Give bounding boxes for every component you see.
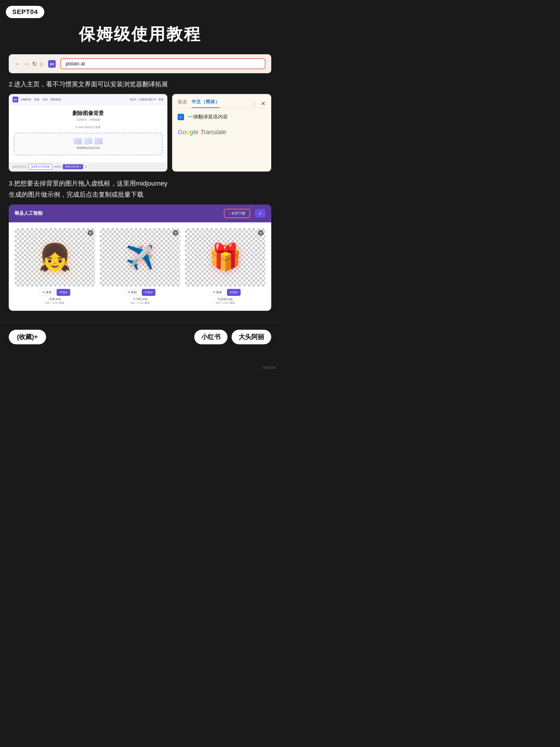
action-button-gift[interactable]: 行动 ▾: [227, 289, 241, 296]
footer-collect-label: (收藏)+: [9, 330, 46, 344]
footer-tags: 小红书 大头阿丽: [194, 330, 271, 344]
translate-actions: ⋮ ✕: [251, 100, 266, 107]
translate-checkbox[interactable]: ✓: [178, 114, 184, 120]
upload-icon-3: [95, 138, 103, 145]
pixian-sub1: 品质优先，价格低廉: [14, 118, 162, 122]
upload-icon-1: [74, 138, 82, 145]
translate-logo-area: Google Translate: [172, 126, 271, 142]
image-preview-gift: ✕ 🎁: [185, 228, 265, 287]
google-translate-logo: Google Translate: [178, 128, 266, 136]
copy-icon-gift: ⟳: [213, 291, 215, 294]
pixian-nav-right: 英文▾ 注册成为用户▾ 登录: [130, 98, 164, 102]
watermark: AI数讯网: [263, 366, 275, 370]
select-image-button[interactable]: 选择要去背的图像: [28, 164, 52, 170]
google-g-letter: G: [178, 128, 183, 136]
copy-icon-plane: ⟳: [128, 291, 130, 294]
process-header-title: 郸县人工智能: [15, 210, 224, 216]
action-button-plane[interactable]: 行动 ▾: [142, 289, 156, 296]
pixian-sub2: 在 Beta 期间完全免费: [14, 126, 162, 130]
browser-bar: ← → ↻ ⌂ px pixian.ai: [9, 54, 271, 73]
translate-word: Translate: [200, 128, 226, 136]
copy-button-girl[interactable]: ⟳ 复制: [39, 289, 55, 296]
image-preview-plane: ✕ ✈️: [100, 228, 180, 287]
copy-button-plane[interactable]: ⟳ 复制: [125, 289, 140, 296]
footer-tag-author: 大头阿丽: [232, 330, 271, 344]
google-g2-letter: g: [190, 128, 193, 136]
check-button[interactable]: ✓: [255, 209, 265, 218]
browser-extension-icon: px: [48, 60, 56, 68]
google-o2-letter: o: [186, 128, 190, 136]
image-card-plane: ✕ ✈️ ⟳ 复制 行动 ▾ 小飞机.png 928 × 1232 像素: [100, 228, 180, 305]
browser-nav: ← → ↻ ⌂: [15, 60, 44, 68]
nav-item-price: 价格: [34, 98, 39, 102]
copy-button-gift[interactable]: ⟳ 复制: [210, 289, 225, 296]
gift-image-placeholder: 🎁: [209, 242, 241, 273]
nav-item-news: 新闻精选: [50, 98, 61, 102]
filename-plane: 小飞机.png: [100, 297, 180, 301]
translate-tab-source[interactable]: 英语: [178, 99, 187, 108]
nav-item-features: 功能特色: [21, 98, 31, 102]
pixian-nav: 功能特色 价格 文档 新闻精选: [21, 98, 61, 102]
process-panel: 郸县人工智能 ↓ ↓ 全部下载 ✓ ✕ 👧 ⟳ 复制 行动 ▾: [9, 205, 271, 311]
filesize-gift: 928 × 1232 像素: [185, 301, 265, 305]
step3-description: 3.把想要去掉背景的图片拖入虚线框，这里用midjourney生成的图片做示例，…: [9, 178, 271, 200]
download-all-button[interactable]: ↓ 全部下载: [224, 209, 250, 218]
copy-label-girl: 复制: [46, 290, 52, 294]
translate-close-icon[interactable]: ✕: [261, 100, 266, 107]
translate-option: ✓ 一律翻译英语内容: [172, 108, 271, 126]
translate-tab-target[interactable]: 中文（简体）: [192, 99, 220, 108]
refresh-icon[interactable]: ↻: [32, 60, 37, 68]
close-icon-plane[interactable]: ✕: [173, 230, 179, 236]
upload-icon-2: [83, 137, 92, 145]
register-btn[interactable]: 注册成为用户▾: [139, 98, 156, 102]
image-card-girl: ✕ 👧 ⟳ 复制 行动 ▾ 女孩.png 928 × 1232 像素: [15, 228, 95, 305]
translate-more-icon[interactable]: ⋮: [251, 100, 257, 107]
card-actions-plane: ⟳ 复制 行动 ▾: [100, 289, 180, 296]
image-manager-button[interactable]: 图像管理页面 ▾: [63, 164, 83, 169]
translate-header: 英语 中文（简体） ⋮ ✕: [172, 94, 271, 108]
step2-description: 2.进入主页，看不习惯英文界面可以安装浏览器翻译拓展: [9, 79, 271, 89]
pixian-content: 删除图像背景 品质优先，价格低廉 在 Beta 期间完全免费 将图像拖至此处开始: [9, 105, 167, 162]
page-title: 保姆级使用教程: [0, 23, 280, 46]
or-paste-label: 或粘贴: [54, 165, 61, 169]
back-icon[interactable]: ←: [15, 60, 20, 67]
footer-label: 或者您也可以: [12, 165, 27, 169]
address-bar[interactable]: pixian.ai: [60, 58, 265, 69]
copy-label-plane: 复制: [131, 290, 137, 294]
pixian-logo: px: [12, 97, 18, 102]
arrow-indicator: ↓: [249, 205, 254, 209]
page-footer: (收藏)+ 小红书 大头阿丽: [0, 323, 280, 351]
process-content: ✕ 👧 ⟳ 复制 行动 ▾ 女孩.png 928 × 1232 像素 ✕ ✈️: [9, 222, 271, 311]
filename-gift: 礼品盒.png: [185, 297, 265, 301]
close-icon-gift[interactable]: ✕: [258, 230, 264, 236]
close-icon-girl[interactable]: ✕: [87, 230, 93, 236]
filesize-girl: 928 × 1232 像素: [15, 301, 95, 305]
filename-girl: 女孩.png: [15, 297, 95, 301]
home-icon[interactable]: ⌂: [40, 60, 44, 67]
image-preview-girl: ✕ 👧: [15, 228, 95, 287]
header-badge: SEPT04: [6, 6, 44, 18]
footer-tag-xiaohongshu: 小红书: [194, 330, 228, 344]
copy-label-gift: 复制: [216, 290, 222, 294]
upload-icons: [19, 138, 157, 145]
pixian-topbar: px 功能特色 价格 文档 新闻精选 英文▾ 注册成为用户▾ 登录: [9, 94, 167, 105]
nav-item-docs: 文档: [42, 98, 48, 102]
process-header: 郸县人工智能 ↓ ↓ 全部下载 ✓: [9, 205, 271, 222]
action-button-girl[interactable]: 行动 ▾: [57, 289, 71, 296]
forward-icon[interactable]: →: [23, 60, 29, 67]
pixian-site-panel: px 功能特色 价格 文档 新闻精选 英文▾ 注册成为用户▾ 登录 删除图像背景…: [9, 94, 167, 172]
pixian-main-title: 删除图像背景: [14, 110, 162, 117]
login-btn[interactable]: 登录: [158, 98, 164, 102]
girl-image-placeholder: 👧: [38, 242, 71, 273]
pixian-footer-bar: 或者您也可以 选择要去背的图像 或粘贴 图像管理页面 ▾ ⬇: [9, 162, 167, 171]
pixian-upload-zone[interactable]: 将图像拖至此处开始: [14, 133, 162, 155]
plane-image-placeholder: ✈️: [126, 243, 155, 271]
upload-text: 将图像拖至此处开始: [19, 146, 157, 150]
lang-select[interactable]: 英文▾: [130, 98, 136, 102]
two-panel-section: px 功能特色 价格 文档 新闻精选 英文▾ 注册成为用户▾ 登录 删除图像背景…: [9, 94, 271, 172]
copy-icon-girl: ⟳: [43, 291, 45, 294]
google-o1-letter: o: [183, 128, 186, 136]
translate-option-text: 一律翻译英语内容: [188, 113, 228, 120]
image-card-gift: ✕ 🎁 ⟳ 复制 行动 ▾ 礼品盒.png 928 × 1232 像素: [185, 228, 265, 305]
download-icon: ⬇: [85, 165, 87, 168]
